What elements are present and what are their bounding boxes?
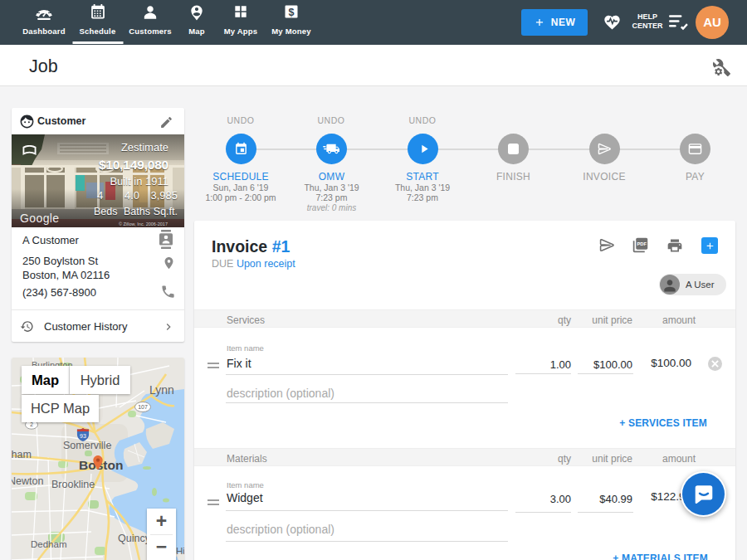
svg-text:93: 93 (80, 433, 86, 439)
svg-text:107: 107 (138, 404, 148, 410)
svg-text:2: 2 (30, 421, 33, 427)
svg-text:PDF: PDF (637, 241, 647, 246)
svg-text:$: $ (289, 7, 295, 18)
